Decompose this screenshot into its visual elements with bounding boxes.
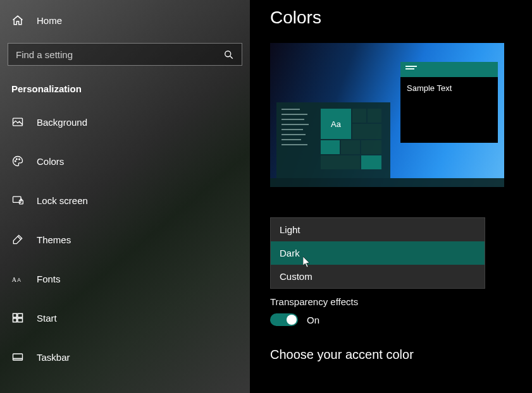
dropdown-option-label: Dark (280, 248, 300, 258)
main-content: Colors Aa Sample Text Light Dark Custom … (250, 0, 532, 393)
nav-home-label: Home (37, 15, 62, 26)
preview-window: Sample Text (400, 62, 498, 143)
lock-screen-icon (11, 194, 24, 207)
sidebar-item-lock-screen[interactable]: Lock screen (0, 185, 250, 215)
dropdown-option-dark[interactable]: Dark (271, 241, 485, 265)
preview-sample-text: Sample Text (407, 83, 452, 93)
svg-point-2 (15, 160, 16, 162)
start-icon (11, 311, 24, 324)
svg-text:A: A (17, 277, 21, 283)
svg-text:A: A (12, 276, 17, 283)
dropdown-option-custom[interactable]: Custom (271, 265, 485, 288)
sidebar-item-fonts[interactable]: AA Fonts (0, 263, 250, 294)
sidebar-item-label: Colors (37, 156, 64, 167)
accent-color-heading: Choose your accent color (270, 348, 513, 362)
sidebar-item-label: Themes (37, 234, 71, 245)
svg-point-0 (225, 51, 231, 57)
sidebar-item-label: Fonts (37, 274, 61, 284)
sidebar-item-taskbar[interactable]: Taskbar (0, 342, 250, 372)
svg-rect-11 (13, 318, 17, 322)
search-input[interactable] (16, 49, 223, 60)
sidebar-item-label: Taskbar (37, 352, 70, 363)
preview-start-menu: Aa (276, 102, 390, 178)
toggle-knob (287, 315, 297, 325)
sidebar-item-label: Start (37, 313, 57, 323)
svg-rect-10 (18, 313, 23, 317)
preview-taskbar (270, 178, 504, 187)
background-icon (11, 116, 24, 128)
fonts-icon: AA (11, 272, 24, 285)
section-header: Personalization (0, 77, 250, 107)
svg-point-3 (16, 159, 18, 160)
sidebar: Home Personalization Background Colors L… (0, 0, 250, 393)
home-icon (11, 14, 24, 27)
sidebar-item-colors[interactable]: Colors (0, 146, 250, 176)
color-mode-dropdown[interactable]: Light Dark Custom (270, 217, 485, 289)
themes-icon (11, 233, 24, 246)
color-preview: Aa Sample Text (270, 43, 504, 187)
dropdown-option-light[interactable]: Light (271, 218, 485, 241)
colors-icon (11, 155, 24, 167)
svg-point-4 (19, 159, 20, 160)
page-title: Colors (270, 8, 513, 28)
svg-rect-9 (13, 313, 17, 317)
transparency-state: On (307, 315, 319, 325)
transparency-toggle[interactable] (270, 313, 298, 326)
nav-home[interactable]: Home (0, 6, 250, 34)
svg-rect-12 (18, 318, 23, 322)
taskbar-icon (11, 351, 24, 363)
sidebar-item-label: Lock screen (37, 195, 88, 206)
sidebar-item-themes[interactable]: Themes (0, 224, 250, 255)
sidebar-item-label: Background (37, 117, 87, 128)
sidebar-item-background[interactable]: Background (0, 107, 250, 137)
search-icon (223, 49, 234, 60)
search-box[interactable] (8, 43, 242, 66)
preview-tile-aa: Aa (321, 109, 351, 139)
transparency-label: Transparency effects (270, 296, 513, 307)
svg-rect-13 (13, 354, 23, 360)
sidebar-item-start[interactable]: Start (0, 303, 250, 333)
